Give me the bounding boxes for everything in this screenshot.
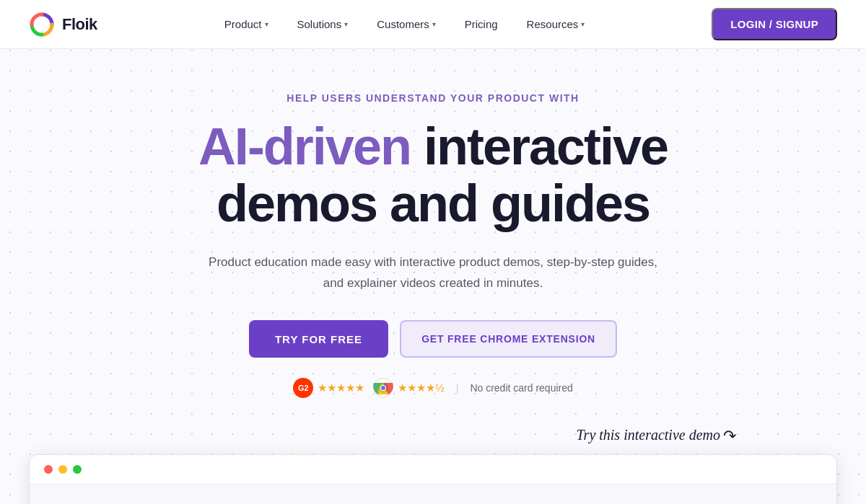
hero-section: HELP USERS UNDERSTAND YOUR PRODUCT WITH … <box>0 49 866 446</box>
browser-content <box>30 485 836 504</box>
chevron-down-icon: ▾ <box>265 20 268 28</box>
nav-item-resources[interactable]: Resources ▾ <box>515 12 597 36</box>
social-proof: G2 ★★★★★ ★★★★½ | No credit <box>0 378 866 398</box>
g2-badge: G2 <box>293 378 313 398</box>
hero-eyebrow: HELP USERS UNDERSTAND YOUR PRODUCT WITH <box>0 92 866 104</box>
chrome-extension-button[interactable]: GET FREE CHROME EXTENSION <box>400 320 617 358</box>
svg-point-5 <box>381 386 385 390</box>
g2-stars: ★★★★★ <box>318 381 364 394</box>
browser-dot-yellow <box>58 465 67 474</box>
browser-dot-red <box>44 465 53 474</box>
chrome-stars: ★★★★½ <box>398 381 445 394</box>
chevron-down-icon: ▾ <box>581 20 585 28</box>
hero-headline: AI-driven interactive demos and guides <box>0 118 866 232</box>
logo-icon <box>29 12 55 37</box>
nav-item-solutions[interactable]: Solutions ▾ <box>286 12 360 36</box>
navbar: Floik Product ▾ Solutions ▾ Customers ▾ … <box>0 0 866 49</box>
headline-highlight: AI-driven <box>198 118 411 175</box>
chevron-down-icon: ▾ <box>432 20 436 28</box>
divider: | <box>456 382 459 394</box>
demo-callout: Try this interactive demo ↷ <box>0 427 866 446</box>
browser-dot-green <box>73 465 82 474</box>
g2-rating: G2 ★★★★★ <box>293 378 364 398</box>
page-wrapper: Floik Product ▾ Solutions ▾ Customers ▾ … <box>0 0 866 504</box>
logo-text: Floik <box>62 15 97 34</box>
nav-item-product[interactable]: Product ▾ <box>213 12 280 36</box>
chevron-down-icon: ▾ <box>344 20 348 28</box>
chrome-rating: ★★★★½ <box>373 378 445 398</box>
nav-item-customers[interactable]: Customers ▾ <box>365 12 447 36</box>
browser-mockup <box>29 454 837 504</box>
try-free-button[interactable]: TRY FOR FREE <box>249 320 388 358</box>
chrome-icon <box>373 378 393 398</box>
demo-arrow-icon: ↷ <box>723 427 736 446</box>
hero-subtext: Product education made easy with interac… <box>202 252 664 294</box>
logo[interactable]: Floik <box>29 12 97 37</box>
login-signup-button[interactable]: LOGIN / SIGNUP <box>712 8 837 40</box>
demo-callout-text[interactable]: Try this interactive demo <box>577 427 720 446</box>
hero-buttons: TRY FOR FREE GET FREE CHROME EXTENSION <box>0 320 866 358</box>
nav-item-pricing[interactable]: Pricing <box>453 12 509 36</box>
nav-links: Product ▾ Solutions ▾ Customers ▾ Pricin… <box>213 12 597 36</box>
no-card-text: No credit card required <box>470 382 572 394</box>
browser-bar <box>30 455 836 485</box>
